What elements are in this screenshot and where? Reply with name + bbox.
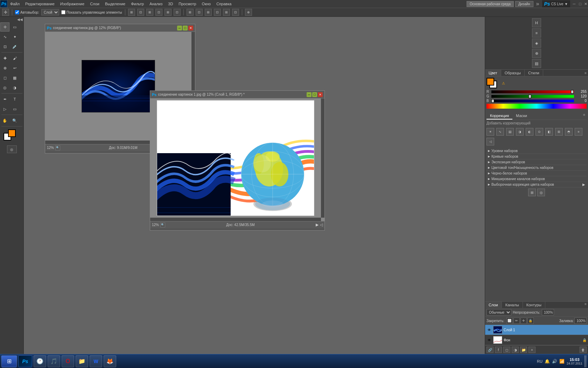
taskbar-app-ps[interactable]: Ps <box>18 355 32 367</box>
tab-correction[interactable]: Коррекция <box>486 113 512 120</box>
correction-item-1[interactable]: ▶ Кривые наборов <box>486 154 587 159</box>
correction-item-0[interactable]: ▶ Уровни наборов <box>486 148 587 154</box>
clone-tool[interactable]: ⊕ <box>0 63 9 73</box>
color-spectrum-bar[interactable] <box>486 104 587 109</box>
panel-icon-1[interactable]: H <box>532 18 541 27</box>
correction-menu-btn[interactable]: ≡ <box>582 113 587 120</box>
lock-position-btn[interactable]: ✛ <box>520 318 527 324</box>
workspace-design-btn[interactable]: Дизайн <box>515 1 533 7</box>
g-slider[interactable] <box>491 95 574 98</box>
corr-icon-hue[interactable]: ◐ <box>526 128 533 136</box>
tab-channels[interactable]: Каналы <box>502 302 523 308</box>
tab-swatches[interactable]: Образцы <box>501 70 525 76</box>
menu-file[interactable]: Файл <box>8 1 22 7</box>
corr-icon-invert[interactable]: ◁ <box>486 138 494 145</box>
vscrollbar-2[interactable] <box>321 98 324 218</box>
menu-image[interactable]: Изображение <box>58 1 87 7</box>
b-slider[interactable] <box>491 100 574 102</box>
distribute-top-btn[interactable]: ⊡ <box>214 9 221 16</box>
doc-maximize-btn-1[interactable]: □ <box>183 26 188 30</box>
corr-icon-bw[interactable]: ◧ <box>545 128 553 136</box>
auto-select-checkbox[interactable] <box>15 10 19 14</box>
doc-zoom-icon-1[interactable]: 🔍 <box>55 145 60 150</box>
menu-3d[interactable]: 3D <box>166 1 175 7</box>
panel-icon-4[interactable]: ⊕ <box>532 49 541 58</box>
opacity-input[interactable] <box>542 309 554 315</box>
doc-close-btn-1[interactable]: ✕ <box>188 26 193 30</box>
shape-tool[interactable]: ▭ <box>10 104 19 114</box>
cslive-btn[interactable]: Ps CS Live ▼ <box>542 0 570 7</box>
align-top-btn[interactable]: ⊡ <box>155 9 162 16</box>
healing-brush-tool[interactable]: ✚ <box>0 54 9 63</box>
distribute-left-btn[interactable]: ⊞ <box>187 9 194 16</box>
doc-minimize-btn-1[interactable]: ─ <box>177 26 182 30</box>
distribute-bottom-btn[interactable]: ⊡ <box>232 9 239 16</box>
menu-select[interactable]: Выделение <box>103 1 128 7</box>
align-center-h-btn[interactable]: ⊡ <box>137 9 144 16</box>
menu-view[interactable]: Просмотр <box>176 1 198 7</box>
add-adjustment-btn[interactable]: ◑ <box>512 347 519 353</box>
correction-item-5[interactable]: ▶ Микширование каналов наборов <box>486 176 587 182</box>
tab-styles[interactable]: Стили <box>525 70 543 76</box>
history-brush-tool[interactable]: ↩ <box>10 63 19 73</box>
taskbar-network-icon[interactable]: 📶 <box>559 359 565 364</box>
doc-titlebar-1[interactable]: Ps соединение картинок.jpg @ 12% (RGB/8*… <box>45 24 195 32</box>
corr-icon-exposure[interactable]: ◑ <box>516 128 524 136</box>
pen-tool[interactable]: ✒ <box>0 95 9 104</box>
layer-item-0[interactable]: 👁 Слой 1 <box>485 325 588 335</box>
menu-filter[interactable]: Фильтр <box>128 1 146 7</box>
taskbar-app-opera[interactable]: O <box>62 355 74 367</box>
align-right-btn[interactable]: ⊞ <box>146 9 153 16</box>
hand-tool[interactable]: ✋ <box>0 116 9 125</box>
align-left-btn[interactable]: ⊞ <box>128 9 135 16</box>
correction-item-3[interactable]: ▶ Цветовой тон/Насыщенность наборов <box>486 165 587 171</box>
menu-layers[interactable]: Слои <box>88 1 102 7</box>
brush-tool[interactable]: 🖌 <box>10 54 19 63</box>
menu-window[interactable]: Окно <box>200 1 214 7</box>
correction-item-6[interactable]: ▶ Выборочная коррекция цвета наборов ▶ <box>486 182 587 188</box>
add-mask-btn[interactable]: ◻ <box>503 347 510 353</box>
taskbar-app-word[interactable]: W <box>90 355 102 367</box>
distribute-right-btn[interactable]: ⊞ <box>205 9 212 16</box>
layer-eye-1[interactable]: 👁 <box>486 337 492 343</box>
move-tool[interactable]: ✛ <box>0 22 9 32</box>
dodge-tool[interactable]: ◑ <box>10 83 19 92</box>
distribute-center-h-btn[interactable]: ⊡ <box>196 9 203 16</box>
start-button[interactable]: ⊞ <box>1 355 17 367</box>
layer-eye-0[interactable]: 👁 <box>486 327 492 333</box>
minimize-app-btn[interactable]: ─ <box>573 2 576 6</box>
foreground-color-swatch[interactable] <box>8 129 16 137</box>
doc-close-btn-2[interactable]: ✕ <box>318 92 323 97</box>
eraser-tool[interactable]: ◻ <box>0 73 9 82</box>
fill-input[interactable] <box>574 318 587 324</box>
fg-color-small[interactable] <box>486 78 494 86</box>
distribute-center-v-btn[interactable]: ⊞ <box>223 9 230 16</box>
delete-layer-btn[interactable]: 🗑 <box>580 347 587 353</box>
restore-app-btn[interactable]: □ <box>579 2 581 6</box>
doc-arrow-2[interactable]: ▶ <box>316 223 318 227</box>
doc-titlebar-2[interactable]: Ps соединение картинок 1.jpg @ 12% (Слой… <box>150 91 324 98</box>
corr-icon-levels[interactable]: ▤ <box>506 128 514 136</box>
r-slider[interactable] <box>491 90 574 93</box>
marquee-tool[interactable]: ▭ <box>10 22 19 32</box>
type-tool[interactable]: T <box>10 95 19 104</box>
tab-masks[interactable]: Маски <box>512 113 531 120</box>
workspace-main-btn[interactable]: Основная рабочая среда <box>467 1 514 7</box>
panel-icon-5[interactable]: ▤ <box>532 59 541 68</box>
auto-align-btn[interactable]: ⊕ <box>245 9 252 16</box>
correction-item-2[interactable]: ▶ Экспозиция наборов <box>486 159 587 165</box>
corr-icon-brightness[interactable]: ☀ <box>486 128 494 136</box>
corr-icon-colorbalance[interactable]: ⊞ <box>555 128 563 136</box>
lock-transparent-btn[interactable]: ⬜ <box>506 318 513 324</box>
path-select-tool[interactable]: ▷ <box>0 104 9 114</box>
taskbar-app-music[interactable]: 🎵 <box>48 355 60 367</box>
tab-layers[interactable]: Слои <box>485 302 502 308</box>
taskbar-app-firefox[interactable]: 🦊 <box>104 355 116 367</box>
panel-icon-2[interactable]: ≡ <box>532 28 541 38</box>
zoom-tool[interactable]: 🔍 <box>10 116 19 125</box>
doc-scroll-2[interactable]: ◁ <box>320 223 323 227</box>
close-app-btn[interactable]: ✕ <box>584 2 587 6</box>
add-effect-btn[interactable]: f <box>495 347 502 353</box>
taskbar-app-explorer[interactable]: 📁 <box>76 355 88 367</box>
corr-icon-vibrance[interactable]: ⊙ <box>536 128 543 136</box>
